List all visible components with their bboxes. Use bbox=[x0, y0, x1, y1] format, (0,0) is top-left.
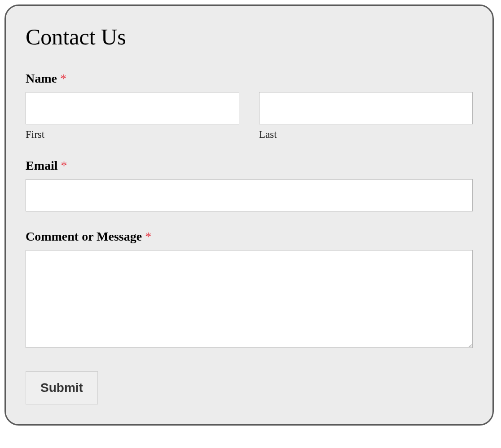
first-name-col: First bbox=[26, 92, 239, 141]
name-row: First Last bbox=[26, 92, 473, 141]
message-label-text: Comment or Message bbox=[26, 229, 142, 243]
submit-button[interactable]: Submit bbox=[26, 371, 98, 404]
message-textarea[interactable] bbox=[26, 250, 473, 348]
first-name-sublabel: First bbox=[26, 129, 239, 141]
name-label-text: Name bbox=[26, 71, 57, 85]
last-name-input[interactable] bbox=[259, 92, 473, 124]
email-label-text: Email bbox=[26, 158, 58, 172]
first-name-input[interactable] bbox=[26, 92, 239, 124]
required-marker: * bbox=[60, 71, 66, 85]
form-title: Contact Us bbox=[26, 24, 473, 50]
email-input[interactable] bbox=[26, 179, 473, 211]
required-marker: * bbox=[61, 158, 67, 172]
last-name-col: Last bbox=[259, 92, 473, 141]
last-name-sublabel: Last bbox=[259, 129, 473, 141]
required-marker: * bbox=[145, 229, 151, 243]
message-label: Comment or Message * bbox=[26, 229, 473, 244]
email-label: Email * bbox=[26, 158, 473, 173]
name-label: Name * bbox=[26, 71, 473, 86]
contact-form-container: Contact Us Name * First Last Email * Com… bbox=[4, 4, 494, 426]
message-field-group: Comment or Message * bbox=[26, 229, 473, 350]
name-field-group: Name * First Last bbox=[26, 71, 473, 141]
email-field-group: Email * bbox=[26, 158, 473, 211]
